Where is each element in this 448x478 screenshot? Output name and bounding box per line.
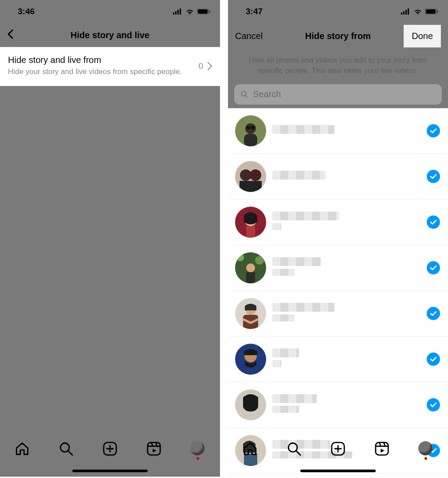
svg-rect-1 bbox=[175, 11, 177, 15]
svg-rect-27 bbox=[244, 134, 257, 146]
wifi-icon bbox=[185, 8, 194, 15]
tab-profile[interactable] bbox=[190, 441, 205, 456]
list-item[interactable] bbox=[228, 382, 448, 428]
nav-header: Cancel Hide story from Done bbox=[228, 23, 448, 49]
tab-search[interactable] bbox=[287, 441, 302, 456]
status-bar: 3:46 bbox=[0, 0, 220, 23]
avatar bbox=[235, 298, 266, 329]
status-time: 3:46 bbox=[18, 7, 35, 16]
tab-home[interactable] bbox=[15, 441, 30, 456]
row-title: Hide story and live from bbox=[8, 55, 198, 65]
svg-rect-33 bbox=[240, 181, 262, 192]
tab-profile[interactable] bbox=[418, 441, 433, 456]
tab-create[interactable] bbox=[102, 441, 118, 456]
avatar bbox=[235, 252, 266, 283]
svg-point-28 bbox=[247, 126, 250, 129]
reels-icon bbox=[374, 441, 389, 456]
checkbox-checked[interactable] bbox=[427, 261, 440, 274]
item-text bbox=[272, 349, 420, 370]
notification-dot-icon bbox=[196, 457, 199, 460]
nav-title: Hide story and live bbox=[0, 30, 220, 40]
search-icon bbox=[287, 441, 302, 456]
list-item[interactable] bbox=[228, 154, 448, 200]
list-item[interactable] bbox=[228, 200, 448, 245]
list-item[interactable] bbox=[228, 291, 448, 337]
search-input[interactable] bbox=[253, 89, 436, 99]
svg-rect-36 bbox=[246, 226, 255, 238]
description-text: Hide all photos and videos you add to yo… bbox=[228, 49, 448, 84]
avatar bbox=[235, 389, 266, 420]
svg-rect-12 bbox=[148, 443, 160, 455]
home-indicator bbox=[300, 470, 376, 472]
tab-home[interactable] bbox=[243, 441, 258, 456]
svg-rect-19 bbox=[408, 8, 409, 15]
svg-rect-3 bbox=[180, 8, 181, 15]
avatar bbox=[235, 161, 266, 192]
svg-line-24 bbox=[245, 95, 248, 98]
svg-rect-6 bbox=[209, 10, 210, 13]
notification-dot-icon bbox=[424, 457, 427, 460]
svg-rect-2 bbox=[177, 10, 179, 15]
status-bar: 3:47 bbox=[228, 0, 448, 23]
search-field[interactable] bbox=[234, 84, 442, 105]
item-text bbox=[272, 303, 420, 324]
tab-search[interactable] bbox=[59, 441, 74, 456]
battery-icon bbox=[197, 8, 210, 15]
home-icon bbox=[15, 441, 30, 456]
check-icon bbox=[430, 174, 437, 179]
tab-reels[interactable] bbox=[374, 441, 389, 456]
list-item[interactable] bbox=[228, 245, 448, 291]
search-icon bbox=[240, 90, 248, 98]
plus-square-icon bbox=[330, 441, 346, 456]
check-icon bbox=[430, 311, 437, 316]
checkbox-checked[interactable] bbox=[427, 307, 440, 320]
signal-icon bbox=[401, 8, 411, 15]
nav-header: Hide story and live bbox=[0, 23, 220, 47]
avatar bbox=[190, 441, 204, 455]
checkbox-checked[interactable] bbox=[427, 124, 440, 137]
check-icon bbox=[430, 357, 437, 362]
checkbox-checked[interactable] bbox=[427, 215, 440, 229]
row-count: 0 bbox=[198, 61, 203, 71]
check-icon bbox=[430, 128, 437, 133]
checkbox-checked[interactable] bbox=[427, 353, 440, 366]
search-icon bbox=[59, 441, 74, 456]
item-text bbox=[272, 125, 420, 137]
svg-point-38 bbox=[237, 254, 244, 261]
chevron-right-icon bbox=[208, 62, 212, 70]
status-icons bbox=[401, 8, 438, 15]
list-item[interactable] bbox=[228, 108, 448, 154]
svg-rect-17 bbox=[403, 11, 405, 15]
phone-left: 3:46 Hide story and live Hide story and … bbox=[0, 0, 220, 477]
svg-line-57 bbox=[296, 451, 300, 455]
back-button[interactable] bbox=[7, 29, 14, 41]
tab-create[interactable] bbox=[330, 441, 346, 456]
tab-reels[interactable] bbox=[146, 441, 161, 456]
checkbox-checked[interactable] bbox=[427, 398, 440, 411]
svg-rect-16 bbox=[401, 12, 402, 15]
status-time: 3:47 bbox=[246, 7, 263, 16]
check-icon bbox=[430, 219, 437, 225]
svg-rect-5 bbox=[198, 9, 208, 14]
checkbox-checked[interactable] bbox=[427, 170, 440, 183]
avatar bbox=[235, 344, 266, 375]
svg-rect-49 bbox=[246, 404, 255, 411]
svg-rect-0 bbox=[173, 12, 174, 15]
list-item[interactable] bbox=[228, 337, 448, 382]
check-icon bbox=[430, 402, 437, 407]
chevron-left-icon bbox=[7, 29, 14, 39]
avatar bbox=[418, 441, 432, 455]
cancel-button[interactable]: Cancel bbox=[235, 31, 263, 41]
reels-icon bbox=[146, 441, 161, 456]
item-text bbox=[272, 257, 420, 278]
home-icon bbox=[243, 441, 258, 456]
done-button[interactable]: Done bbox=[404, 25, 441, 47]
svg-rect-21 bbox=[426, 9, 436, 14]
svg-point-39 bbox=[255, 256, 264, 265]
plus-square-icon bbox=[102, 441, 118, 456]
item-text bbox=[272, 171, 420, 182]
hide-story-row[interactable]: Hide story and live from Hide your story… bbox=[8, 55, 212, 77]
wifi-icon bbox=[413, 8, 422, 15]
settings-section: Hide story and live from Hide your story… bbox=[0, 47, 220, 86]
row-subtitle: Hide your story and live videos from spe… bbox=[8, 67, 198, 77]
